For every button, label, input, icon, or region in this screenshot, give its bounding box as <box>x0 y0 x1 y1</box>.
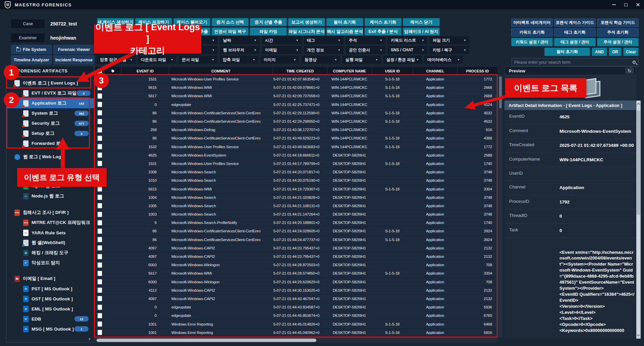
close-button[interactable] <box>632 0 644 9</box>
search-input[interactable] <box>514 60 633 65</box>
sidebar-item[interactable]: Security 로그577 <box>6 118 94 128</box>
right-panel-button[interactable]: 포렌식 케이스 가이드 <box>554 18 596 27</box>
filter-dropdown[interactable]: 주석▼ <box>346 36 385 44</box>
row-checkbox-cell[interactable] <box>95 278 104 286</box>
row-checkbox-cell[interactable] <box>95 210 104 218</box>
column-header[interactable]: COMPUTER NAME <box>327 67 372 75</box>
right-panel-button[interactable]: 태그 설정 / 관리 <box>554 38 596 46</box>
row-checkbox-cell[interactable] <box>95 311 104 320</box>
toolbar-button[interactable]: 필터 초기화 <box>326 18 363 26</box>
sidebar-item[interactable]: MITREMITRE ATT@CK 프레임워크 <box>6 218 94 228</box>
toolbar-button[interactable]: 해시 알고리즘 분석 <box>326 27 363 36</box>
sidebar-item[interactable]: 웹 셸(WebShell) <box>6 238 94 248</box>
table-row[interactable]: 4625Microsoft-Windows-EventSystem5-07-21… <box>95 151 497 160</box>
sidebar-item[interactable]: njsNode.js 웹 로그 <box>6 191 94 201</box>
toolbar-button[interactable]: 증거 선별 추출 <box>250 18 287 26</box>
table-row[interactable]: 6000Microsoft-Windows-Winlogon5-07-21 01… <box>95 278 497 286</box>
maximize-button[interactable] <box>620 0 632 9</box>
row-checkbox-cell[interactable] <box>95 236 104 244</box>
row-checkbox-cell[interactable] <box>95 92 104 100</box>
table-row[interactable]: 5Microsoft-Windows-Search-ProfileNotify5… <box>95 219 497 227</box>
table-row[interactable]: 1005Microsoft-Windows-Search5-07-21 01:4… <box>95 202 497 210</box>
row-checkbox-cell[interactable] <box>95 329 104 337</box>
row-checkbox-cell[interactable] <box>95 252 104 261</box>
row-checkbox-cell[interactable] <box>95 269 104 277</box>
row-checkbox-cell[interactable] <box>95 303 104 311</box>
row-checkbox[interactable] <box>95 117 104 125</box>
filter-dropdown[interactable]: 이메일▼ <box>262 46 302 54</box>
forensic-artifacts-header[interactable]: FORENSIC ARTIFACTS <box>6 66 94 76</box>
forensic-viewer-button[interactable]: Forensic Viewer <box>54 45 94 54</box>
table-row[interactable]: 5615Microsoft-Windows-WMI5-07-21 01:44:1… <box>95 185 497 193</box>
row-checkbox[interactable] <box>95 244 104 252</box>
table-row[interactable]: 4097Microsoft-Windows-CAPI25-07-21 01:44… <box>95 295 497 303</box>
table-row[interactable]: 0edgeupdate5-07-21 01:44:45.853674+0DESK… <box>95 311 497 320</box>
filter-dropdown[interactable]: 데이터베이스▼ <box>424 56 463 64</box>
row-checkbox-cell[interactable] <box>95 219 104 227</box>
table-row[interactable]: 1004Microsoft-Windows-Search5-07-21 01:4… <box>95 193 497 202</box>
table-row[interactable]: 5617Microsoft-Windows-WMI5-07-21 01:42:0… <box>95 92 497 100</box>
filter-dropdown[interactable]: 카빙 / 복구▼ <box>430 46 469 54</box>
row-checkbox[interactable] <box>95 303 104 311</box>
right-panel-button[interactable]: 키워드 설정 / 관리 <box>511 38 553 46</box>
table-row[interactable]: 1001Windows Error Reporting5-07-21 01:44… <box>95 329 497 337</box>
table-row[interactable]: 4112Microsoft-Windows-CAPI25-07-21 01:44… <box>95 286 497 295</box>
toolbar-button[interactable]: 파일 시그니처 분석 <box>288 27 325 36</box>
column-header[interactable]: TIME CREATED <box>273 67 327 75</box>
row-checkbox[interactable] <box>95 109 104 117</box>
row-checkbox[interactable] <box>95 101 104 109</box>
row-checkbox[interactable] <box>95 151 104 159</box>
row-checkbox-cell[interactable] <box>95 117 104 125</box>
filter-dropdown[interactable]: 문서 파일▼ <box>179 56 217 64</box>
table-row[interactable]: 1001Windows Error Reporting5-07-21 01:44… <box>95 320 497 328</box>
row-checkbox[interactable] <box>95 295 104 303</box>
table-row[interactable]: 4097Microsoft-Windows-CAPI25-07-21 01:44… <box>95 252 497 261</box>
column-header[interactable]: COMMENT <box>169 67 273 75</box>
table-row[interactable]: 0edgeupdate5-07-21 01:44:43.834587+0DESK… <box>95 303 497 311</box>
row-checkbox[interactable] <box>95 261 104 269</box>
column-header[interactable]: USER ID <box>372 67 413 75</box>
toolbar-button[interactable]: 보고서 생성하기 <box>288 18 325 26</box>
toolbar-button[interactable]: 케이스 닫기 <box>403 18 440 26</box>
filter-dropdown[interactable]: 개인 정보▼ <box>304 46 343 54</box>
row-checkbox[interactable] <box>95 329 104 337</box>
column-header[interactable]: CHANNEL <box>413 67 457 75</box>
filter-dropdown[interactable]: 키워드 리스트▼ <box>388 36 427 44</box>
filter-dropdown[interactable]: 웹 브라우저▼ <box>220 46 260 54</box>
sidebar-item[interactable]: Application 로그142 <box>6 98 94 108</box>
column-header[interactable]: PROCESS ID <box>457 67 497 75</box>
toolbar-button[interactable]: 인증서 파일 복구 <box>212 27 249 36</box>
row-checkbox[interactable] <box>95 236 104 244</box>
row-checkbox[interactable] <box>95 126 104 134</box>
filter-dropdown[interactable]: SNS / CHAT▼ <box>388 46 427 54</box>
toolbar-button[interactable]: 딥페이크 / AI 탐지 <box>403 27 440 36</box>
row-checkbox-cell[interactable] <box>95 160 104 168</box>
filter-dropdown[interactable]: 태그▼ <box>304 36 343 44</box>
sidebar-scroll-down-icon[interactable]: ▼ <box>88 337 91 341</box>
sidebar-item[interactable]: EEDB12 <box>6 314 94 324</box>
row-checkbox[interactable] <box>95 269 104 277</box>
sidebar-item[interactable]: yaraYARA Rule Sets <box>6 228 94 238</box>
sidebar-item[interactable]: ✓악성코드 탐지 <box>6 258 94 268</box>
row-checkbox[interactable] <box>95 92 104 100</box>
filter-dropdown[interactable]: 시간▼ <box>262 36 302 44</box>
right-panel-button[interactable]: 아티팩트 네비게이터 <box>511 18 553 27</box>
table-row[interactable]: 5615Microsoft-Windows-WMI5-07-21 01:42:0… <box>95 83 497 92</box>
filter-dropdown[interactable]: 동영상▼ <box>302 56 340 64</box>
table-row[interactable]: 1003Microsoft-Windows-Search5-07-21 01:4… <box>95 210 497 219</box>
sidebar-item[interactable]: OEML [ MS Outlook ] <box>6 304 94 314</box>
incident-response-button[interactable]: Incident Response <box>54 55 94 64</box>
row-checkbox-cell[interactable] <box>95 143 104 151</box>
sidebar-item[interactable]: ▣해킹 / 크래킹 도구 <box>6 248 94 258</box>
filter-dropdown[interactable]: 설정 / 환경 파일▼ <box>383 56 422 64</box>
toolbar-button[interactable]: Exif 추출 / 분석 <box>365 27 401 36</box>
toolbar-button[interactable]: 증거 소스 선택 <box>212 18 249 26</box>
detail-scrollbar[interactable] <box>636 101 641 339</box>
table-row[interactable]: 5617Microsoft-Windows-WMI5-07-21 01:44:2… <box>95 269 497 278</box>
right-panel-button[interactable]: 태그 초기화 <box>554 28 596 37</box>
table-row[interactable]: 1532Microsoft-Windows-User Profiles Serv… <box>95 143 497 151</box>
row-checkbox-cell[interactable] <box>95 193 104 201</box>
table-row[interactable]: 258Microsoft-Windows-Defrag5-07-21 01:43… <box>95 126 497 134</box>
clear-button[interactable]: Clear <box>623 48 639 56</box>
and-button[interactable]: AND <box>592 48 607 56</box>
